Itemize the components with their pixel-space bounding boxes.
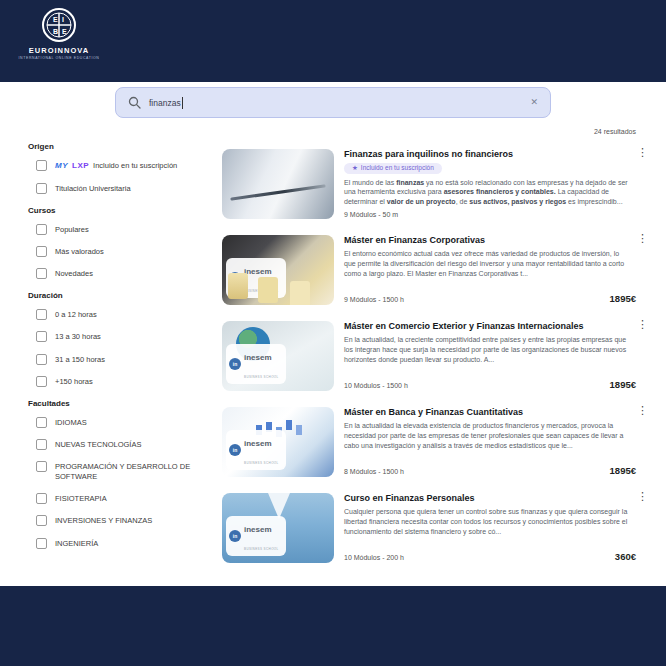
filter-option-label: INGENIERÍA [55, 538, 98, 549]
euroinnova-logo[interactable]: E I B E EUROINNOVA INTERNATIONAL ONLINE … [14, 7, 104, 60]
course-description: El entorno económico actual cada vez ofr… [344, 249, 632, 278]
course-title[interactable]: Máster en Banca y Finanzas Cuantitativas [344, 407, 632, 417]
filter-section: Facultades IDIOMAS NUEVAS TECNOLOGÍAS PR… [28, 399, 213, 549]
filter-checkbox-option[interactable]: Titulación Universitaria [36, 183, 213, 194]
search-icon [128, 96, 141, 109]
course-card: in inesem BUSINESS SCHOOL Máster en Come… [222, 321, 648, 391]
filter-section-title: Origen [28, 142, 213, 151]
checkbox[interactable] [36, 354, 47, 365]
filter-option-label: FISIOTERAPIA [55, 493, 107, 504]
checkbox[interactable] [36, 538, 47, 549]
course-title[interactable]: Máster en Comercio Exterior y Finanzas I… [344, 321, 632, 331]
checkbox[interactable] [36, 183, 47, 194]
filter-option-label: 13 a 30 horas [55, 331, 101, 342]
course-card: in inesem BUSINESS SCHOOL Curso en Finan… [222, 493, 648, 563]
course-description: En la actualidad, la creciente competiti… [344, 335, 632, 364]
course-meta: 9 Módulos - 1500 h [344, 296, 404, 303]
included-subscription-badge: ★ Incluido en tu suscripción [344, 163, 442, 174]
filter-option-label: Titulación Universitaria [55, 183, 131, 194]
filter-checkbox-option[interactable]: MYLXPIncluido en tu suscripción [36, 160, 213, 172]
main-content: finanzas ✕ Origen MYLXPIncluido en tu su… [0, 82, 666, 586]
checkbox[interactable] [36, 493, 47, 504]
filters-sidebar: Origen MYLXPIncluido en tu suscripción T… [28, 128, 213, 579]
checkbox[interactable] [36, 515, 47, 526]
filter-option-label: Populares [55, 224, 89, 235]
checkbox[interactable] [36, 417, 47, 428]
kebab-menu-icon[interactable]: ⋮ [637, 405, 648, 416]
course-card: in inesem BUSINESS SCHOOL Máster en Banc… [222, 407, 648, 477]
filter-option-label: IDIOMAS [55, 417, 87, 428]
checkbox[interactable] [36, 461, 47, 472]
inesem-logo: in inesem BUSINESS SCHOOL [226, 344, 286, 384]
filter-option-label: Más valorados [55, 246, 104, 257]
filter-checkbox-option[interactable]: 0 a 12 horas [36, 309, 213, 320]
course-thumbnail-papers-pen[interactable] [222, 149, 334, 219]
filter-section: Duración 0 a 12 horas 13 a 30 horas 31 a… [28, 291, 213, 387]
my-lxp-logo: LXP [72, 161, 89, 170]
filter-section-title: Cursos [28, 206, 213, 215]
svg-text:B: B [53, 28, 58, 35]
filter-checkbox-option[interactable]: FISIOTERAPIA [36, 493, 213, 504]
logo-subtitle: INTERNATIONAL ONLINE EDUCATION [14, 56, 104, 60]
filter-option-label: INVERSIONES Y FINANZAS [55, 515, 152, 526]
course-meta: 9 Módulos - 50 m [344, 211, 398, 218]
checkbox[interactable] [36, 439, 47, 450]
course-thumbnail-globe-hand[interactable]: in inesem BUSINESS SCHOOL [222, 321, 334, 391]
filter-checkbox-option[interactable]: NUEVAS TECNOLOGÍAS [36, 439, 213, 450]
my-lxp-logo: MY [55, 161, 68, 170]
filter-checkbox-option[interactable]: Novedades [36, 268, 213, 279]
checkbox[interactable] [36, 376, 47, 387]
course-thumbnail-charts[interactable]: in inesem BUSINESS SCHOOL [222, 407, 334, 477]
course-price: 1895€ [610, 293, 636, 304]
filter-option-label: PROGRAMACIÓN Y DESARROLLO DE SOFTWARE [55, 461, 213, 482]
checkbox[interactable] [36, 246, 47, 257]
filter-checkbox-option[interactable]: PROGRAMACIÓN Y DESARROLLO DE SOFTWARE [36, 461, 213, 482]
filter-option-label: 0 a 12 horas [55, 309, 97, 320]
filter-option-label: Novedades [55, 268, 93, 279]
kebab-menu-icon[interactable]: ⋮ [637, 319, 648, 330]
svg-text:E: E [53, 16, 58, 23]
search-query-text: finanzas [149, 98, 181, 108]
checkbox[interactable] [36, 309, 47, 320]
svg-text:I: I [62, 16, 64, 23]
logo-title: EUROINNOVA [14, 46, 104, 55]
filter-checkbox-option[interactable]: INGENIERÍA [36, 538, 213, 549]
filter-option-label: MYLXPIncluido en tu suscripción [55, 160, 177, 172]
kebab-menu-icon[interactable]: ⋮ [637, 147, 648, 158]
euroinnova-emblem-icon: E I B E [41, 7, 77, 43]
filter-checkbox-option[interactable]: Más valorados [36, 246, 213, 257]
course-thumbnail-person-blue-shirt[interactable]: in inesem BUSINESS SCHOOL [222, 493, 334, 563]
course-meta: 10 Módulos - 1500 h [344, 382, 408, 389]
clear-search-icon[interactable]: ✕ [530, 98, 538, 107]
kebab-menu-icon[interactable]: ⋮ [637, 233, 648, 244]
course-price: 360€ [615, 551, 636, 562]
course-title[interactable]: Máster en Finanzas Corporativas [344, 235, 632, 245]
search-input[interactable]: finanzas ✕ [115, 87, 551, 118]
checkbox[interactable] [36, 224, 47, 235]
text-caret [182, 97, 183, 109]
checkbox[interactable] [36, 268, 47, 279]
filter-checkbox-option[interactable]: Populares [36, 224, 213, 235]
course-meta: 8 Módulos - 1500 h [344, 468, 404, 475]
results-count: 24 resultados [222, 128, 648, 135]
course-card: in inesem BUSINESS SCHOOL Máster en Fina… [222, 235, 648, 305]
results-panel: 24 resultados Finanzas para inquilinos n… [213, 128, 648, 579]
filter-checkbox-option[interactable]: INVERSIONES Y FINANZAS [36, 515, 213, 526]
course-title[interactable]: Curso en Finanzas Personales [344, 493, 632, 503]
filter-checkbox-option[interactable]: 31 a 150 horas [36, 354, 213, 365]
checkbox[interactable] [36, 331, 47, 342]
svg-text:E: E [62, 28, 67, 35]
filter-section-title: Duración [28, 291, 213, 300]
inesem-logo: in inesem BUSINESS SCHOOL [226, 430, 286, 470]
top-header-bar: E I B E EUROINNOVA INTERNATIONAL ONLINE … [0, 0, 666, 82]
star-icon: ★ [352, 165, 358, 172]
filter-checkbox-option[interactable]: IDIOMAS [36, 417, 213, 428]
filter-checkbox-option[interactable]: 13 a 30 horas [36, 331, 213, 342]
course-description: Cualquier persona que quiera tener un co… [344, 507, 632, 536]
kebab-menu-icon[interactable]: ⋮ [637, 491, 648, 502]
bottom-footer-bar [0, 586, 666, 666]
course-title[interactable]: Finanzas para inquilinos no financieros [344, 149, 632, 159]
course-thumbnail-calculator-coins[interactable]: in inesem BUSINESS SCHOOL [222, 235, 334, 305]
checkbox[interactable] [36, 160, 47, 171]
filter-checkbox-option[interactable]: +150 horas [36, 376, 213, 387]
